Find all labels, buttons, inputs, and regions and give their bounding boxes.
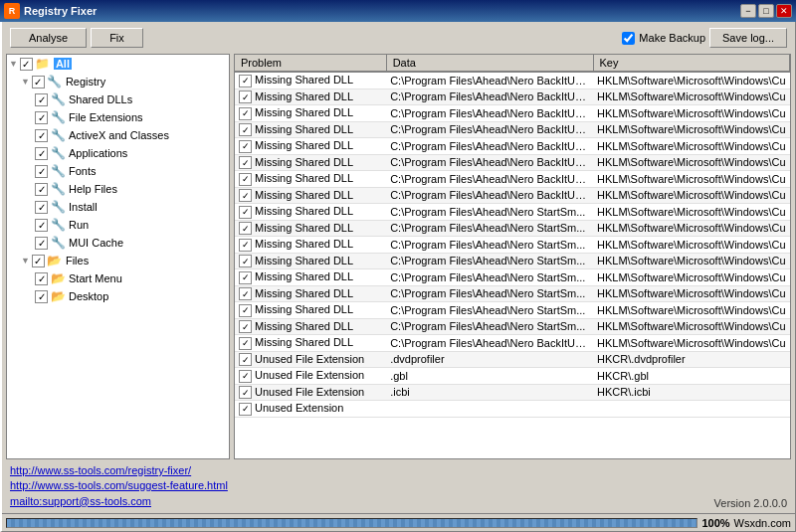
table-row[interactable]: Missing Shared DLLC:\Program Files\Ahead… xyxy=(235,335,790,352)
tree-item-activex[interactable]: 🔧 ActiveX and Classes xyxy=(7,126,229,144)
tree-checkbox-all[interactable] xyxy=(20,58,33,71)
fix-button[interactable]: Fix xyxy=(91,28,143,48)
tree-checkbox-registry[interactable] xyxy=(32,76,45,89)
tree-checkbox-mui-cache[interactable] xyxy=(35,237,48,250)
minimize-button[interactable]: − xyxy=(740,4,756,18)
row-checkbox[interactable] xyxy=(239,320,252,333)
row-checkbox[interactable] xyxy=(239,255,252,267)
table-row[interactable]: Unused File Extension.icbiHKCR\.icbi xyxy=(235,384,790,401)
col-data[interactable]: Data xyxy=(386,55,593,72)
row-checkbox[interactable] xyxy=(239,337,252,350)
tree-item-start-menu[interactable]: 📂 Start Menu xyxy=(7,269,229,287)
link-support-email[interactable]: mailto:support@ss-tools.com xyxy=(10,494,228,509)
table-row[interactable]: Missing Shared DLLC:\Program Files\Ahead… xyxy=(235,237,790,254)
tree-checkbox-applications[interactable] xyxy=(35,147,48,160)
status-percent: 100% xyxy=(701,517,729,529)
tree-checkbox-start-menu[interactable] xyxy=(35,272,48,285)
tree-item-install[interactable]: 🔧 Install xyxy=(7,198,229,216)
tree-item-help-files[interactable]: 🔧 Help Files xyxy=(7,180,229,198)
row-checkbox[interactable] xyxy=(239,90,252,103)
row-checkbox[interactable] xyxy=(239,353,252,366)
tree-label-desktop: Desktop xyxy=(69,290,108,302)
row-key-cell: HKLM\Software\Microsoft\Windows\Cu xyxy=(593,335,790,352)
row-key-cell: HKLM\Software\Microsoft\Windows\Cu xyxy=(593,105,790,122)
row-problem-text: Missing Shared DLL xyxy=(252,74,353,86)
link-suggest-feature[interactable]: http://www.ss-tools.com/suggest-feature.… xyxy=(10,478,228,493)
tree-checkbox-files[interactable] xyxy=(32,255,45,267)
tree-checkbox-help-files[interactable] xyxy=(35,183,48,196)
tree-item-shared-dlls[interactable]: 🔧 Shared DLLs xyxy=(7,90,229,108)
table-row[interactable]: Missing Shared DLLC:\Program Files\Ahead… xyxy=(235,138,790,155)
tree-checkbox-shared-dlls[interactable] xyxy=(35,93,48,106)
row-checkbox[interactable] xyxy=(239,304,252,317)
row-data-cell: .dvdprofiler xyxy=(386,351,593,368)
table-row[interactable]: Missing Shared DLLC:\Program Files\Ahead… xyxy=(235,121,790,138)
tree-item-all[interactable]: ▼ 📁 All xyxy=(7,55,229,73)
tree-checkbox-fonts[interactable] xyxy=(35,165,48,178)
row-checkbox[interactable] xyxy=(239,156,252,169)
row-checkbox[interactable] xyxy=(239,386,252,399)
tree-item-applications[interactable]: 🔧 Applications xyxy=(7,144,229,162)
tree-checkbox-install[interactable] xyxy=(35,201,48,214)
row-checkbox[interactable] xyxy=(239,173,252,186)
row-checkbox[interactable] xyxy=(239,107,252,120)
row-checkbox[interactable] xyxy=(239,287,252,300)
tree-item-fonts[interactable]: 🔧 Fonts xyxy=(7,162,229,180)
table-row[interactable]: Missing Shared DLLC:\Program Files\Ahead… xyxy=(235,220,790,237)
row-problem-cell: Missing Shared DLL xyxy=(235,269,386,286)
results-table-container[interactable]: Problem Data Key Missing Shared DLLC:\Pr… xyxy=(234,54,791,459)
analyse-button[interactable]: Analyse xyxy=(10,28,87,48)
table-row[interactable]: Missing Shared DLLC:\Program Files\Ahead… xyxy=(235,154,790,171)
tree-item-files[interactable]: ▼ 📂 Files xyxy=(7,252,229,269)
row-checkbox[interactable] xyxy=(239,140,252,153)
row-checkbox[interactable] xyxy=(239,189,252,202)
table-row[interactable]: Missing Shared DLLC:\Program Files\Ahead… xyxy=(235,318,790,335)
link-registry-fixer[interactable]: http://www.ss-tools.com/registry-fixer/ xyxy=(10,463,228,478)
tree-item-mui-cache[interactable]: 🔧 MUI Cache xyxy=(7,234,229,252)
tree-item-registry[interactable]: ▼ 🔧 Registry xyxy=(7,73,229,90)
row-checkbox[interactable] xyxy=(239,123,252,136)
col-problem[interactable]: Problem xyxy=(235,55,386,72)
tree-checkbox-file-extensions[interactable] xyxy=(35,111,48,124)
orange-icon-start-menu: 📂 xyxy=(50,270,66,286)
table-row[interactable]: Missing Shared DLLC:\Program Files\Ahead… xyxy=(235,105,790,122)
table-row[interactable]: Missing Shared DLLC:\Program Files\Ahead… xyxy=(235,269,790,286)
title-bar-text: Registry Fixer xyxy=(24,5,740,17)
row-checkbox[interactable] xyxy=(239,222,252,235)
row-checkbox[interactable] xyxy=(239,370,252,383)
table-row[interactable]: Missing Shared DLLC:\Program Files\Ahead… xyxy=(235,253,790,269)
tree-checkbox-run[interactable] xyxy=(35,219,48,232)
tree-item-file-extensions[interactable]: 🔧 File Extensions xyxy=(7,108,229,126)
tree-label-install: Install xyxy=(69,201,98,213)
row-checkbox[interactable] xyxy=(239,239,252,252)
table-row[interactable]: Missing Shared DLLC:\Program Files\Ahead… xyxy=(235,302,790,319)
table-row[interactable]: Unused File Extension.gblHKCR\.gbl xyxy=(235,368,790,385)
table-row[interactable]: Missing Shared DLLC:\Program Files\Ahead… xyxy=(235,72,790,89)
save-log-button[interactable]: Save log... xyxy=(709,28,787,48)
row-data-cell: C:\Program Files\Ahead\Nero StartSm... xyxy=(386,237,593,254)
row-checkbox[interactable] xyxy=(239,206,252,219)
row-key-cell: HKCR\.gbl xyxy=(593,368,790,385)
table-row[interactable]: Missing Shared DLLC:\Program Files\Ahead… xyxy=(235,187,790,204)
table-row[interactable]: Missing Shared DLLC:\Program Files\Ahead… xyxy=(235,89,790,105)
tree-item-run[interactable]: 🔧 Run xyxy=(7,216,229,234)
row-checkbox[interactable] xyxy=(239,403,252,416)
tree-label-applications: Applications xyxy=(69,147,127,159)
tree-checkbox-desktop[interactable] xyxy=(35,290,48,303)
title-bar: R Registry Fixer − □ ✕ xyxy=(0,0,796,22)
table-row[interactable]: Unused Extension xyxy=(235,401,790,418)
row-data-cell: .icbi xyxy=(386,384,593,401)
col-key[interactable]: Key xyxy=(593,55,790,72)
close-button[interactable]: ✕ xyxy=(776,4,792,18)
row-checkbox[interactable] xyxy=(239,75,252,88)
make-backup-checkbox[interactable] xyxy=(622,32,635,45)
tree-checkbox-activex[interactable] xyxy=(35,129,48,142)
table-row[interactable]: Unused File Extension.dvdprofilerHKCR\.d… xyxy=(235,351,790,368)
row-checkbox[interactable] xyxy=(239,271,252,284)
bottom-bar: http://www.ss-tools.com/registry-fixer/ … xyxy=(2,459,795,513)
table-row[interactable]: Missing Shared DLLC:\Program Files\Ahead… xyxy=(235,204,790,221)
table-row[interactable]: Missing Shared DLLC:\Program Files\Ahead… xyxy=(235,171,790,188)
table-row[interactable]: Missing Shared DLLC:\Program Files\Ahead… xyxy=(235,285,790,302)
maximize-button[interactable]: □ xyxy=(758,4,774,18)
tree-item-desktop[interactable]: 📂 Desktop xyxy=(7,287,229,305)
